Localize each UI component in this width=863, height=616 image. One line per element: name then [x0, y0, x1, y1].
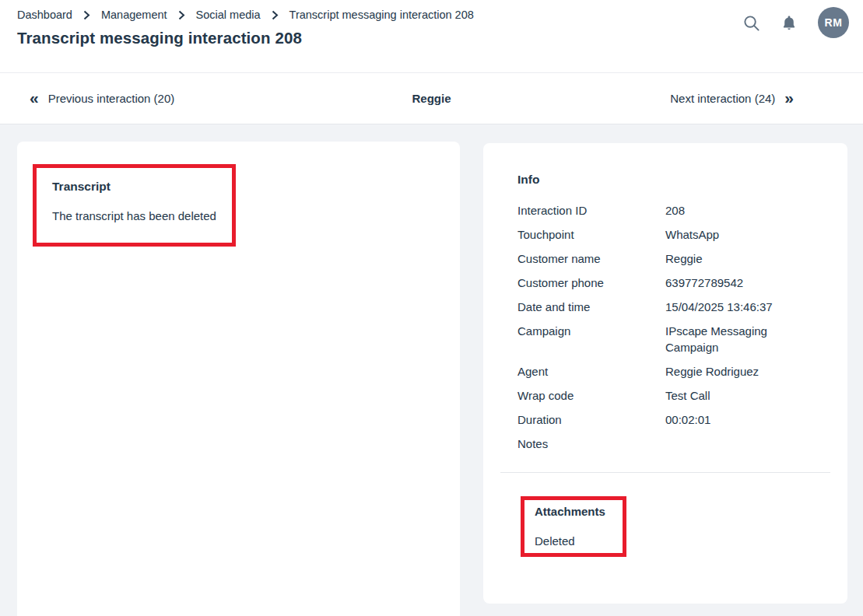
double-chevron-left-icon: «	[30, 89, 39, 106]
search-icon[interactable]	[742, 14, 760, 32]
field-value: Reggie Rodriguez	[665, 363, 798, 380]
next-interaction-label: Next interaction (24)	[670, 92, 775, 105]
breadcrumb-item-dashboard[interactable]: Dashboard	[17, 9, 72, 21]
info-row-duration: Duration 00:02:01	[517, 411, 813, 428]
header-actions: RM	[742, 7, 849, 38]
info-panel: Info Interaction ID 208 Touchpoint Whats…	[483, 143, 847, 604]
field-label: Duration	[517, 411, 665, 428]
field-label: Campaign	[517, 323, 665, 355]
breadcrumb-item-current: Transcript messaging interaction 208	[289, 9, 474, 21]
field-label: Agent	[517, 363, 665, 380]
info-row-date-time: Date and time 15/04/2025 13:46:37	[517, 299, 813, 315]
field-label: Touchpoint	[517, 226, 665, 243]
info-row-interaction-id: Interaction ID 208	[517, 202, 813, 219]
user-avatar[interactable]: RM	[818, 7, 849, 38]
field-label: Customer name	[517, 250, 665, 267]
field-value: IPscape Messaging Campaign	[665, 323, 798, 355]
info-section: Info Interaction ID 208 Touchpoint Whats…	[500, 143, 830, 452]
double-chevron-right-icon: »	[784, 89, 794, 106]
info-row-wrap-code: Wrap code Test Call	[517, 387, 813, 404]
next-interaction-button[interactable]: Next interaction (24) »	[670, 90, 794, 107]
interaction-nav-bar: « Previous interaction (20) Reggie Next …	[0, 73, 863, 124]
attachments-status: Deleted	[535, 534, 619, 548]
field-label: Customer phone	[517, 275, 665, 291]
field-value: Reggie	[665, 250, 798, 267]
info-row-campaign: Campaign IPscape Messaging Campaign	[517, 323, 813, 355]
chevron-right-icon	[272, 10, 279, 20]
breadcrumb-item-management[interactable]: Management	[101, 9, 167, 21]
notifications-bell-icon[interactable]	[781, 14, 798, 32]
field-label: Wrap code	[517, 387, 665, 404]
transcript-heading: Transcript	[52, 179, 224, 194]
info-row-notes: Notes	[517, 436, 813, 452]
attachments-heading: Attachments	[535, 504, 619, 519]
attachments-annotation-box: Attachments Deleted	[521, 496, 626, 557]
chevron-right-icon	[178, 10, 185, 20]
previous-interaction-button[interactable]: « Previous interaction (20)	[30, 90, 174, 107]
info-row-customer-phone: Customer phone 639772789542	[517, 275, 813, 291]
transcript-deleted-message: The transcript has been deleted	[52, 209, 224, 223]
breadcrumb: Dashboard Management Social media Transc…	[17, 0, 863, 21]
breadcrumb-item-social-media[interactable]: Social media	[196, 9, 261, 21]
transcript-annotation-box: Transcript The transcript has been delet…	[33, 164, 236, 247]
field-value: Test Call	[665, 387, 798, 404]
chevron-right-icon	[83, 10, 90, 20]
transcript-panel: Transcript The transcript has been delet…	[17, 142, 460, 616]
field-label: Notes	[517, 436, 665, 452]
info-row-agent: Agent Reggie Rodriguez	[517, 363, 813, 380]
info-heading: Info	[517, 172, 813, 187]
field-value: WhatsApp	[665, 226, 798, 243]
info-row-touchpoint: Touchpoint WhatsApp	[517, 226, 813, 243]
field-value: 639772789542	[665, 275, 798, 291]
field-value: 208	[665, 202, 798, 219]
attachments-section: Attachments Deleted	[500, 473, 830, 557]
field-value: 15/04/2025 13:46:37	[665, 299, 798, 315]
page-title: Transcript messaging interaction 208	[17, 29, 863, 47]
previous-interaction-label: Previous interaction (20)	[48, 92, 175, 105]
field-value: 00:02:01	[665, 411, 798, 428]
field-value	[665, 436, 798, 452]
field-label: Date and time	[517, 299, 665, 315]
info-row-customer-name: Customer name Reggie	[517, 250, 813, 267]
app-header: Dashboard Management Social media Transc…	[0, 0, 863, 73]
field-label: Interaction ID	[517, 202, 665, 219]
